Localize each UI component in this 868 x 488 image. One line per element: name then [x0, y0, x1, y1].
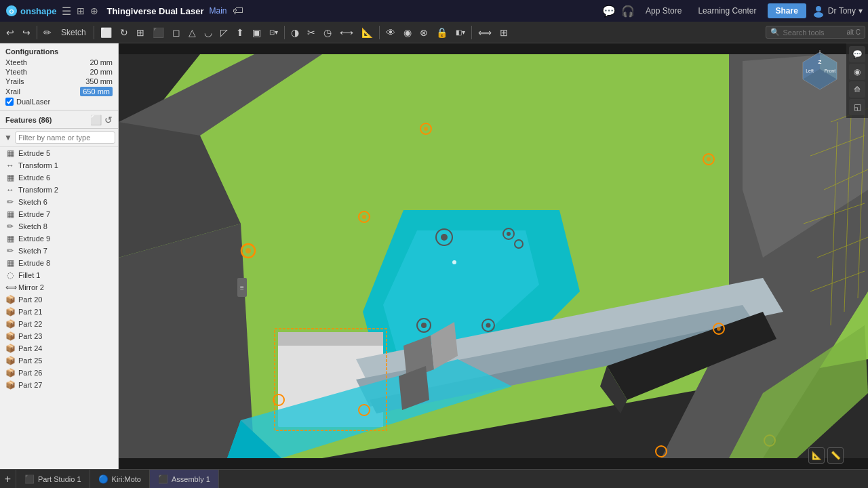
display2-button[interactable]: ◉: [400, 25, 415, 40]
feature-item[interactable]: 📦Part 21: [0, 306, 118, 318]
grid-icon[interactable]: ⊞: [77, 5, 85, 16]
feature-item[interactable]: ✏Sketch 8: [0, 220, 118, 232]
feature-item[interactable]: 📦Part 20: [0, 293, 118, 306]
config-xrail-row[interactable]: Xrail 650 mm: [5, 87, 113, 96]
feature-item[interactable]: ⟺Mirror 2: [0, 281, 118, 293]
config-xrail-value[interactable]: 650 mm: [80, 87, 113, 96]
view-button[interactable]: ⊡▾: [266, 26, 281, 38]
feature-item[interactable]: ◌Fillet 1: [0, 269, 118, 281]
mirror-button[interactable]: ⟺: [475, 25, 495, 40]
feature-item[interactable]: ↔Transform 2: [0, 184, 118, 196]
draft-button[interactable]: ◷: [320, 25, 335, 40]
boolean-button[interactable]: ◑: [288, 25, 302, 40]
search-icon: 🔍: [770, 28, 780, 37]
feature-item[interactable]: 📦Part 22: [0, 318, 118, 330]
toolbar-separator-4: [379, 26, 380, 39]
feature-item[interactable]: 📦Part 24: [0, 342, 118, 354]
hamburger-icon[interactable]: ☰: [62, 5, 71, 18]
pattern-button[interactable]: ⊞: [133, 25, 148, 40]
svg-text:Z: Z: [818, 59, 822, 65]
svg-text:Front: Front: [825, 68, 835, 73]
toggle-button[interactable]: ⊗: [416, 25, 431, 40]
feature-name: Sketch 8: [18, 222, 113, 230]
loft-button[interactable]: △: [185, 25, 199, 40]
chamfer-button[interactable]: ◸: [217, 25, 231, 40]
feature-item[interactable]: ✏Sketch 6: [0, 196, 118, 208]
feature-name: Sketch 6: [18, 198, 113, 206]
fillet-button[interactable]: ◡: [201, 25, 216, 40]
feature-icon-1[interactable]: ⬜: [90, 115, 102, 125]
split-button[interactable]: ✂: [304, 25, 319, 40]
right-icon-4[interactable]: ◱: [849, 99, 865, 115]
arr-button[interactable]: ▣: [249, 25, 264, 40]
feature-type-icon: ◌: [5, 270, 15, 280]
redo-button[interactable]: ↪: [19, 25, 34, 40]
lock-button[interactable]: 🔒: [433, 25, 451, 40]
extrude-button[interactable]: ⬆: [233, 25, 248, 40]
bookmark-icon[interactable]: 🏷: [233, 5, 243, 17]
right-icon-2[interactable]: ◉: [849, 64, 865, 80]
solid-button[interactable]: ⬛: [149, 25, 167, 40]
feature-name: Part 25: [18, 357, 113, 365]
chat-icon[interactable]: 💬: [602, 5, 616, 18]
feature-item[interactable]: 📦Part 25: [0, 354, 118, 367]
feature-icon-2[interactable]: ↺: [104, 115, 113, 125]
feature-item[interactable]: ↔Transform 1: [0, 159, 118, 171]
feature-item[interactable]: 📦Part 26: [0, 367, 118, 379]
plane-button[interactable]: ⬜: [97, 25, 115, 40]
right-icon-1[interactable]: 💬: [849, 46, 865, 62]
config-yrails-label: Yrails: [5, 77, 24, 85]
user-menu[interactable]: Dr Tony ▾: [812, 4, 863, 18]
add-tab-button[interactable]: +: [0, 470, 16, 489]
feature-item[interactable]: ▦Extrude 7: [0, 208, 118, 220]
search-shortcut: alt C: [846, 28, 861, 36]
pencil-button[interactable]: ✏: [40, 25, 55, 40]
search-tools-input[interactable]: [783, 28, 844, 37]
dual-laser-checkbox[interactable]: [5, 98, 14, 106]
feature-item[interactable]: ▦Extrude 6: [0, 171, 118, 184]
section-button[interactable]: ⊞: [496, 25, 511, 40]
undo-button[interactable]: ↩: [3, 25, 18, 40]
scale-button[interactable]: ⟷: [336, 25, 357, 40]
feature-item[interactable]: 📦Part 23: [0, 330, 118, 342]
config-yteeth-label: Yteeth: [5, 68, 27, 76]
measure-view-button[interactable]: 📐: [808, 447, 825, 464]
topbar: O onshape ☰ ⊞ ⊕ Thingiverse Dual Laser M…: [0, 0, 868, 22]
feature-name: Transform 2: [18, 186, 113, 194]
svg-point-2: [816, 6, 821, 12]
plus-icon[interactable]: ⊕: [90, 5, 98, 16]
right-icon-3[interactable]: ⟰: [849, 81, 865, 98]
filter-input[interactable]: [15, 131, 115, 144]
assembly-1-tab[interactable]: ⬛ Assembly 1: [150, 470, 219, 488]
feature-name: Extrude 7: [18, 210, 113, 218]
view-controls: 📐 📏: [808, 447, 844, 464]
measure-button[interactable]: 📐: [358, 25, 376, 40]
learning-center-button[interactable]: Learning Center: [692, 5, 762, 17]
share-button[interactable]: Share: [768, 3, 806, 18]
feature-item[interactable]: ▦Extrude 8: [0, 257, 118, 269]
feature-item[interactable]: ▦Extrude 9: [0, 232, 118, 245]
ruler-button[interactable]: 📏: [827, 447, 844, 464]
sketch-button[interactable]: Sketch: [56, 26, 91, 39]
viewport[interactable]: ≡: [119, 43, 868, 469]
nav-cube[interactable]: Left Front Z: [796, 49, 844, 96]
display-button[interactable]: 👁: [382, 25, 399, 40]
mode-button[interactable]: ◧▾: [452, 26, 469, 38]
headset-icon[interactable]: 🎧: [621, 5, 635, 18]
feature-item[interactable]: 📦Part 27: [0, 379, 118, 391]
rotate-button[interactable]: ↻: [117, 25, 132, 40]
part-studio-label: Part Studio 1: [38, 475, 81, 483]
shell-button[interactable]: ◻: [169, 25, 184, 40]
feature-type-icon: 📦: [5, 307, 15, 317]
feature-item[interactable]: ▦Extrude 5: [0, 147, 118, 159]
dual-laser-checkbox-row[interactable]: DualLaser: [5, 98, 113, 106]
svg-text:Left: Left: [806, 68, 814, 73]
feature-type-icon: 📦: [5, 295, 15, 304]
part-studio-1-tab[interactable]: ⬛ Part Studio 1: [16, 470, 90, 488]
kiri-moto-tab[interactable]: 🔵 Kiri:Moto: [90, 470, 150, 488]
feature-item[interactable]: ✏Sketch 7: [0, 245, 118, 257]
svg-text:≡: ≡: [240, 284, 244, 291]
app-store-button[interactable]: App Store: [640, 5, 687, 17]
feature-name: Part 24: [18, 344, 113, 352]
main-area: Configurations Xteeth 20 mm Yteeth 20 mm…: [0, 43, 868, 469]
